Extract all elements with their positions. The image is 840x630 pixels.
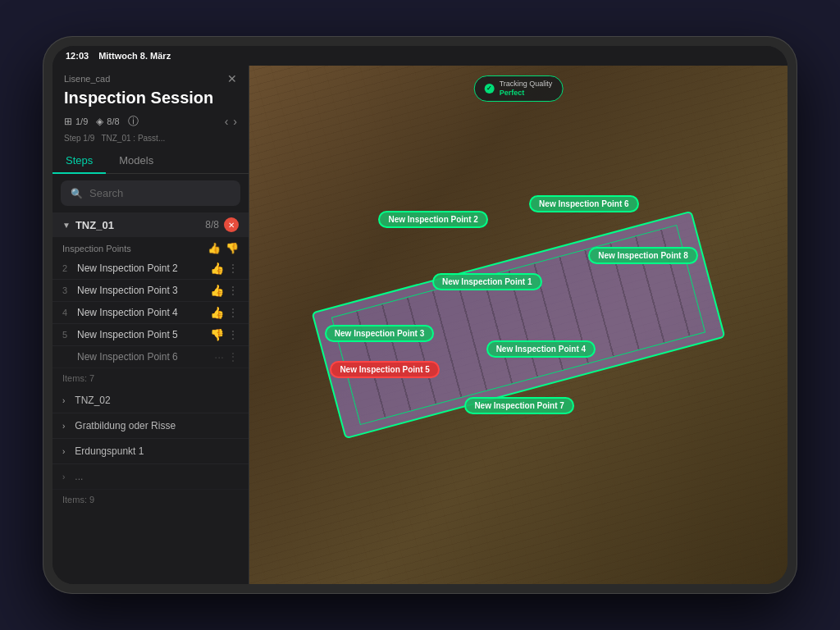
tracking-title: Tracking Quality [500, 80, 553, 89]
right-panel: Tracking Quality Perfect New Inspection … [249, 66, 788, 584]
more-icon[interactable]: ⋮ [227, 284, 239, 297]
status-bar: 12:03 Mittwoch 8. März [52, 46, 788, 66]
item-status-pass-icon: 👍 [210, 306, 224, 319]
group-gratbildung-header[interactable]: › Gratbildung oder Risse [52, 413, 249, 439]
group-tnz01-header[interactable]: ▼ TNZ_01 8/8 ✕ [52, 212, 249, 237]
item-num: 5 [62, 330, 74, 340]
panel-header: Lisene_cad ✕ Inspection Session ⊞ 1/9 ◈ … [52, 66, 249, 148]
tab-models[interactable]: Models [106, 148, 167, 173]
step-count-label: 1/9 [75, 116, 88, 126]
item-num: 4 [62, 308, 74, 317]
tablet-screen: 12:03 Mittwoch 8. März Lisene_cad ✕ Insp… [52, 46, 788, 584]
item-num: 2 [62, 263, 74, 273]
step-icon: ⊞ [64, 116, 72, 127]
info-icon[interactable]: ⓘ [128, 114, 139, 129]
chevron-right-icon: › [62, 447, 65, 456]
item-status-pass-icon: 👍 [210, 284, 224, 297]
list-container: ▼ TNZ_01 8/8 ✕ Inspection Points 👍 👎 2 [52, 212, 249, 584]
chevron-down-icon: ▼ [62, 221, 71, 230]
prev-arrow[interactable]: ‹ [225, 115, 229, 128]
point-label-p7[interactable]: New Inspection Point 7 [464, 397, 573, 414]
bottom-items-count: Items: 9 [52, 490, 249, 509]
search-placeholder: Search [89, 187, 123, 199]
point-label-p4[interactable]: New Inspection Point 4 [486, 340, 596, 358]
filename-label: Lisene_cad [64, 74, 110, 84]
item-num: 3 [62, 285, 74, 295]
group-close-button[interactable]: ✕ [224, 217, 239, 232]
group-tnz02-header[interactable]: › TNZ_02 [52, 388, 249, 413]
list-item[interactable]: New Inspection Point 6 ··· ⋮ [52, 346, 249, 368]
tab-steps[interactable]: Steps [52, 148, 106, 173]
model-counter: ◈ 8/8 [96, 116, 119, 127]
group-tnz02-name: TNZ_02 [75, 395, 110, 406]
step-info: TNZ_01 : Passt... [101, 134, 165, 143]
list-item[interactable]: 4 New Inspection Point 4 👍 ⋮ [52, 302, 249, 324]
section-icons: 👍 👎 [208, 242, 239, 254]
main-content: Lisene_cad ✕ Inspection Session ⊞ 1/9 ◈ … [52, 66, 788, 584]
tnz01-items-count: Items: 7 [52, 368, 249, 388]
item-name: New Inspection Point 2 [77, 262, 210, 274]
item-name: New Inspection Point 5 [77, 329, 210, 340]
search-bar[interactable]: 🔍 Search [61, 180, 240, 206]
tracking-badge: Tracking Quality Perfect [474, 75, 564, 102]
more-icon[interactable]: ⋮ [227, 350, 239, 363]
status-time: 12:03 [66, 51, 89, 61]
point-label-p6[interactable]: New Inspection Point 6 [529, 195, 638, 212]
step-label: Step 1/9 [64, 134, 94, 143]
tabs-row: Steps Models [52, 148, 249, 174]
point-label-p3[interactable]: New Inspection Point 3 [325, 325, 434, 342]
more-icon[interactable]: ⋮ [227, 328, 239, 341]
item-name: New Inspection Point 6 [77, 351, 214, 363]
point-label-p5[interactable]: New Inspection Point 5 [330, 361, 439, 378]
point-label-p1[interactable]: New Inspection Point 1 [432, 273, 541, 290]
more-icon[interactable]: ⋮ [227, 262, 239, 275]
inspection-points-label: Inspection Points 👍 👎 [52, 237, 249, 258]
tracking-text: Tracking Quality Perfect [500, 80, 553, 98]
nav-arrows: ‹ › [225, 115, 237, 128]
group-erdungspunkt-header[interactable]: › Erdungspunkt 1 [52, 439, 249, 464]
next-arrow[interactable]: › [233, 115, 237, 128]
item-status-icon: ··· [214, 350, 224, 363]
group-gratbildung-name: Gratbildung oder Risse [75, 420, 176, 431]
group-tnz01-count: 8/8 [205, 219, 219, 231]
item-status-warn-icon: 👎 [210, 328, 224, 341]
chevron-right-icon: › [62, 472, 65, 482]
tracking-quality: Perfect [500, 89, 553, 98]
left-panel: Lisene_cad ✕ Inspection Session ⊞ 1/9 ◈ … [52, 66, 249, 584]
step-counter: ⊞ 1/9 [64, 116, 88, 127]
group-erdungspunkt-name: Erdungspunkt 1 [75, 445, 144, 457]
close-button[interactable]: ✕ [227, 72, 237, 85]
group-unknown-header[interactable]: › ... [52, 464, 249, 490]
search-icon: 🔍 [71, 188, 83, 199]
list-item[interactable]: 5 New Inspection Point 5 👎 ⋮ [52, 324, 249, 346]
thumbsdown-icon[interactable]: 👎 [226, 242, 239, 254]
chevron-right-icon: › [62, 396, 65, 405]
step-label-row: Step 1/9 TNZ_01 : Passt... [64, 134, 237, 143]
group-tnz01-name: TNZ_01 [75, 219, 205, 231]
model-count-label: 8/8 [107, 116, 119, 126]
more-icon[interactable]: ⋮ [227, 306, 239, 319]
list-item[interactable]: 3 New Inspection Point 3 👍 ⋮ [52, 280, 249, 302]
point-label-p8[interactable]: New Inspection Point 8 [588, 247, 697, 264]
list-item[interactable]: 2 New Inspection Point 2 👍 ⋮ [52, 258, 249, 280]
tablet-frame: 12:03 Mittwoch 8. März Lisene_cad ✕ Insp… [43, 36, 797, 594]
status-day: Mittwoch 8. März [98, 51, 171, 61]
tracking-status-icon [485, 84, 495, 94]
group-unknown-label: ... [75, 471, 83, 482]
panel-title: Inspection Session [64, 89, 237, 107]
panel-meta: ⊞ 1/9 ◈ 8/8 ⓘ ‹ › [64, 114, 237, 129]
item-status-pass-icon: 👍 [210, 262, 224, 275]
model-icon: ◈ [96, 116, 103, 127]
point-label-p2[interactable]: New Inspection Point 2 [378, 211, 487, 228]
item-name: New Inspection Point 4 [77, 307, 210, 318]
chevron-right-icon: › [62, 422, 65, 431]
thumbsup-icon[interactable]: 👍 [208, 242, 221, 254]
item-name: New Inspection Point 3 [77, 285, 210, 296]
panel-filename-row: Lisene_cad ✕ [64, 72, 237, 85]
